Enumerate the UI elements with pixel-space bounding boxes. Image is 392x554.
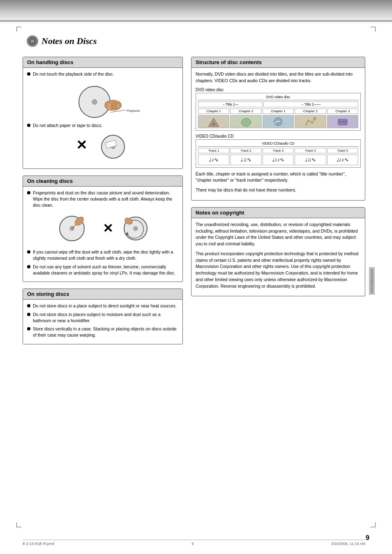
handling-bullet-1: Do not touch the playback side of the di… <box>27 71 178 77</box>
handling-section: On handling discs Do not touch the playb… <box>23 57 183 169</box>
page-title: Notes on Discs <box>42 36 97 46</box>
vcd-notes-row: ♩♪∿ ♩♫∿ ♩♪♪∿ ♩♫∿ ♩♪♪∿ <box>198 154 359 166</box>
note-1: ♩♪∿ <box>198 155 229 165</box>
track2: Track 2 <box>230 148 261 153</box>
bullet-dot-8 <box>27 327 30 330</box>
top-bar <box>0 0 392 25</box>
ch1-t2: Chapter 1 <box>263 108 294 114</box>
svg-point-21 <box>134 226 138 231</box>
svg-rect-28 <box>338 119 347 125</box>
svg-text:Playback side: Playback side <box>127 109 140 113</box>
bullet-dot-6 <box>27 304 30 307</box>
copyright-body1: The unauthorized recording, use, distrib… <box>196 222 361 247</box>
handling-bullet-2: Do not attach paper or tape to discs. <box>27 122 178 129</box>
title-icon <box>27 35 38 47</box>
bullet-dot <box>27 72 30 76</box>
dvd-img-2 <box>230 115 261 128</box>
sidebar-label: Introduction <box>369 267 375 295</box>
dvd-img-3 <box>263 115 294 128</box>
corner-mark-tl <box>16 27 21 32</box>
main-content: Notes on Discs On handling discs Do not … <box>23 33 365 521</box>
dvd-chapters-row: Chapter 1 Chapter 2 Chapter 1 Chapter 2 … <box>198 108 359 114</box>
ch1-t1: Chapter 1 <box>198 108 229 114</box>
vcd-label: VIDEO CD/audio CD <box>196 134 361 138</box>
track5: Track 5 <box>327 148 358 153</box>
svg-text:✕: ✕ <box>76 138 87 152</box>
svg-point-25 <box>241 118 251 127</box>
svg-point-3 <box>92 99 97 104</box>
dvd-images-row <box>198 115 359 129</box>
ch3-t2: Chapter 3 <box>327 108 358 114</box>
footer-left: E-2-15 ESE-R.pmd <box>23 542 54 546</box>
footer-center: 9 <box>191 542 194 546</box>
cleaning-diagram: ✕ <box>27 212 178 245</box>
storing-bullet-1: Do not store discs in a place subject to… <box>27 303 178 309</box>
bullet-dot-2 <box>27 124 30 127</box>
ch2-t1: Chapter 2 <box>230 108 261 114</box>
handling-svg-1: Playback side <box>66 81 140 118</box>
bullet-dot-7 <box>27 313 30 316</box>
dvd-title1: ←Title 1— <box>198 102 263 107</box>
vcd-outer-row: VIDEO CD/audio CD <box>198 141 359 147</box>
top-bar-line <box>0 21 392 21</box>
dvd-img-5 <box>327 115 358 128</box>
note-2: ♩♫∿ <box>230 155 261 165</box>
dvd-disc-label: DVD video disc <box>266 95 290 99</box>
svg-point-24 <box>212 123 215 125</box>
footer: E-2-15 ESE-R.pmd 9 3/10/2006, 11:19 AM <box>23 540 365 546</box>
copyright-title: Notes on copyright <box>191 208 365 218</box>
right-column: Structure of disc contents Normally, DVD… <box>191 57 365 351</box>
vcd-disc-label: VIDEO CD/audio CD <box>262 141 295 145</box>
structure-section: Structure of disc contents Normally, DVD… <box>191 57 365 201</box>
cleaning-svg: ✕ <box>55 212 150 245</box>
svg-rect-6 <box>112 102 116 108</box>
note-5: ♩♪♪∿ <box>327 155 358 165</box>
storing-title: On storing discs <box>23 289 182 300</box>
note-4: ♩♫∿ <box>295 155 326 165</box>
sidebar-label-area: Introduction <box>368 90 376 472</box>
storing-section: On storing discs Do not store discs in a… <box>23 289 183 344</box>
svg-text:✕: ✕ <box>103 222 113 235</box>
page-title-area: Notes on Discs <box>23 33 101 49</box>
structure-content: Normally, DVD video discs are divided in… <box>191 68 365 200</box>
corner-mark-tr <box>371 27 376 32</box>
note-3: ♩♪♪∿ <box>263 155 294 165</box>
bullet-dot-3 <box>27 191 30 194</box>
track4: Track 4 <box>295 148 326 153</box>
vcd-diagram: VIDEO CD/audio CD Track 1 Track 2 Track … <box>196 139 361 168</box>
dvd-img-1 <box>198 115 229 128</box>
handling-diagram-1: Playback side <box>27 81 178 118</box>
dvd-title2: ←Title 2—— <box>263 102 358 107</box>
two-col-layout: On handling discs Do not touch the playb… <box>23 57 365 351</box>
storing-bullet-3: Store discs vertically in a case. Stacki… <box>27 326 178 338</box>
svg-point-27 <box>314 117 316 120</box>
dvd-img-4 <box>295 115 326 128</box>
track3: Track 3 <box>263 148 294 153</box>
handling-svg-2: ✕ <box>70 132 136 161</box>
structure-title: Structure of disc contents <box>191 57 365 68</box>
structure-body2: Each title, chapter or track is assigned… <box>196 171 361 184</box>
svg-point-1 <box>31 39 34 43</box>
handling-title: On handling discs <box>23 57 182 68</box>
bullet-dot-4 <box>27 250 30 254</box>
cleaning-section: On cleaning discs Fingerprints and dust … <box>23 175 183 282</box>
svg-rect-5 <box>107 103 112 110</box>
storing-bullet-2: Do not store discs in places subject to … <box>27 312 178 323</box>
track1: Track 1 <box>198 148 229 153</box>
svg-point-26 <box>274 118 282 126</box>
handling-content: Do not touch the playback side of the di… <box>23 68 182 169</box>
ch2-t2: Chapter 2 <box>295 108 326 114</box>
storing-content: Do not store discs in a place subject to… <box>23 300 182 344</box>
dvd-outer-row: DVD video disc <box>198 95 359 100</box>
structure-body1: Normally, DVD video discs are divided in… <box>196 71 361 84</box>
cleaning-bullet-3: Do not use any type of solvent such as t… <box>27 264 178 276</box>
dvd-label: DVD video disc <box>196 88 361 92</box>
svg-rect-7 <box>116 103 120 109</box>
copyright-content: The unauthorized recording, use, distrib… <box>191 218 365 296</box>
copyright-body2: This product incorporates copyright prot… <box>196 251 361 290</box>
cleaning-bullet-1: Fingerprints and dust on the disc cause … <box>27 190 178 208</box>
footer-right: 3/10/2006, 11:19 AM <box>331 542 365 546</box>
bullet-dot-5 <box>27 265 30 268</box>
dvd-diagram: DVD video disc ←Title 1— ←Title 2—— <box>196 93 361 131</box>
left-column: On handling discs Do not touch the playb… <box>23 57 183 351</box>
